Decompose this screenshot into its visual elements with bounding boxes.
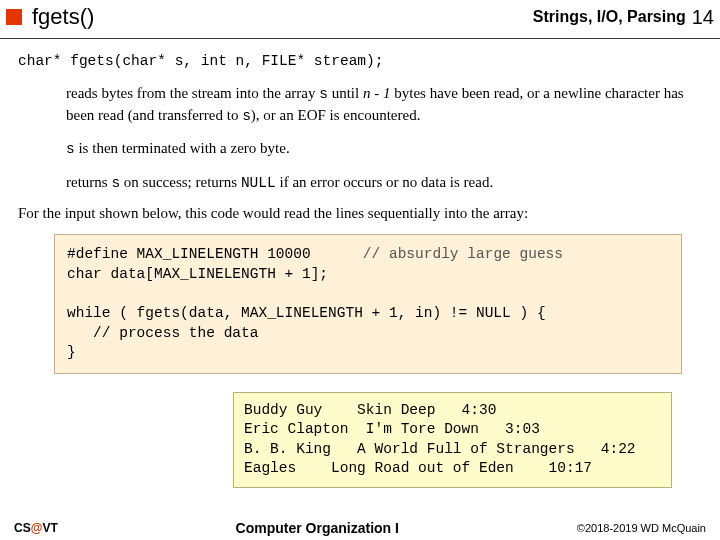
slide-title: fgets() [32,4,533,30]
page-number: 14 [692,6,714,29]
description-block: reads bytes from the stream into the arr… [66,83,702,193]
slide-content: char* fgets(char* s, int n, FILE* stream… [0,39,720,488]
slide-header: fgets() Strings, I/O, Parsing 14 [0,0,720,39]
footer-affiliation: CS@VT [14,521,58,535]
desc-paragraph-2: s is then terminated with a zero byte. [66,138,702,160]
desc-paragraph-1: reads bytes from the stream into the arr… [66,83,702,126]
accent-square [6,9,22,25]
breadcrumb: Strings, I/O, Parsing [533,8,686,26]
desc-paragraph-3: returns s on success; returns NULL if an… [66,172,702,194]
sample-output-block: Buddy Guy Skin Deep 4:30 Eric Clapton I'… [233,392,672,488]
footer-course: Computer Organization I [58,520,577,536]
function-prototype: char* fgets(char* s, int n, FILE* stream… [18,53,702,69]
lead-text: For the input shown below, this code wou… [18,205,702,222]
slide-footer: CS@VT Computer Organization I ©2018-2019… [0,520,720,536]
code-block: #define MAX_LINELENGTH 10000 // absurdly… [54,234,682,373]
footer-copyright: ©2018-2019 WD McQuain [577,522,706,534]
